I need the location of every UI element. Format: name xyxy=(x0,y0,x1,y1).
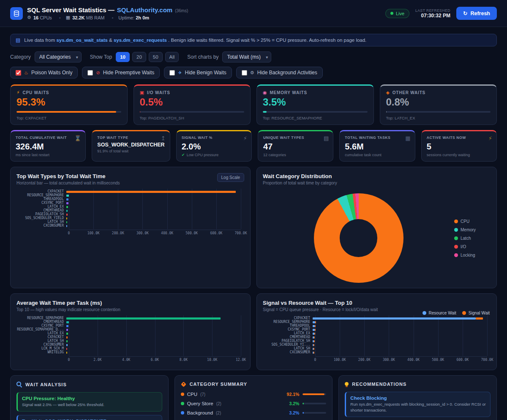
live-dot-icon xyxy=(390,12,393,15)
stat-card-label: TOTAL CUMULATIVE WAIT xyxy=(16,135,80,140)
category-progress xyxy=(303,412,326,414)
signal-wait-bar xyxy=(314,340,315,342)
filter-checkbox[interactable] xyxy=(16,70,21,76)
bar-label: CMEMTHREAD xyxy=(263,336,313,339)
dmv-link-wait-stats[interactable]: sys.dm_os_wait_stats xyxy=(56,38,107,43)
chart-icon: ▤ xyxy=(16,37,20,43)
signal-resource-legend: Resource WaitSignal Wait xyxy=(422,311,490,315)
axis-tick: 600.0K xyxy=(456,358,469,362)
legend-i-o: I/O xyxy=(454,244,491,249)
show-top-50[interactable]: 50 xyxy=(149,52,163,62)
upload-icon: ↥ xyxy=(161,135,166,141)
legend-dot xyxy=(462,311,466,315)
chart-row: CMEMTHREAD xyxy=(263,336,491,339)
ram-value: 32.2K xyxy=(72,15,84,20)
wait-card-progress xyxy=(140,111,245,113)
category-pct: 3.2% xyxy=(283,401,299,406)
chart-category-distribution-card: Wait Category Distribution Proportion of… xyxy=(256,167,497,288)
wait-card-label: OTHER WAITS xyxy=(393,90,425,95)
legend-latch: Latch xyxy=(454,236,491,241)
wait-card-i-o-waits: ▣I/O WAITS0.5%Top: PAGEIOLATCH_SH xyxy=(134,84,251,125)
cpu-count: ⚙ 16 CPUs xyxy=(27,15,53,20)
wait-card-top-wait: Top: LATCH_EX xyxy=(386,116,491,120)
legend-label: Resource Wait xyxy=(429,311,456,315)
sort-select[interactable]: Total Wait (ms) xyxy=(222,51,271,62)
axis-tick: 100.0K xyxy=(334,358,346,362)
filter-hide-background-activities[interactable]: ⚙Hide Background Activities xyxy=(236,67,323,79)
filter-checkbox[interactable] xyxy=(87,70,93,76)
chart-row: CXSYNC_PORT xyxy=(16,325,244,327)
chart-signal-title: Signal vs Resource Wait — Top 10 xyxy=(263,300,378,306)
signal-wait-bar xyxy=(315,321,316,323)
last-refreshed-time: 07:30:32 PM xyxy=(415,13,450,19)
dmv-link-exec-requests[interactable]: sys.dm_exec_requests xyxy=(114,38,167,43)
bulb-icon xyxy=(345,382,349,386)
chart-signal-subtitle: Signal = CPU queue pressure · Resource =… xyxy=(263,307,378,312)
axis-tick: 8.0K xyxy=(180,358,188,362)
stat-card-label: TOP WAIT TYPE xyxy=(97,135,164,140)
bar xyxy=(66,329,68,331)
bar xyxy=(66,348,67,350)
show-top-10[interactable]: 10 xyxy=(116,52,130,62)
recommendations-panel: RECOMMENDATIONS Check BlockingRun sys.dm… xyxy=(338,375,497,420)
legend-locking: Locking xyxy=(454,253,491,257)
signal-wait-bar xyxy=(315,329,316,331)
note-check-blocking: Check BlockingRun sys.dm_exec_requests w… xyxy=(345,392,491,417)
axis-tick: 4.0K xyxy=(122,358,130,362)
info-banner: ▤ Live data from sys.dm_os_wait_stats & … xyxy=(10,34,497,46)
stat-card-value: 2.0% xyxy=(182,142,246,152)
filter-hide-preemptive-waits[interactable]: ⊘Hide Preemptive Waits xyxy=(82,67,160,79)
bar xyxy=(66,340,68,342)
stat-card-value: 5.6M xyxy=(345,142,409,152)
wait-card-progress xyxy=(16,111,121,113)
chart-row: PAGEIOLATCH_SH xyxy=(16,213,244,216)
chart-row: CXPACKET xyxy=(16,336,244,339)
database-logo-icon xyxy=(10,7,23,20)
bar xyxy=(66,191,236,193)
bar-label: LATCH_EX xyxy=(263,332,313,335)
bar-label: CXSYNC_PORT xyxy=(16,325,66,327)
chart-total-wait-title: Top Wait Types by Total Wait Time xyxy=(16,173,120,179)
stat-card-sub: ✔ Low CPU pressure xyxy=(182,153,246,157)
filter-poison-waits-only[interactable]: ♨Poison Waits Only xyxy=(10,67,78,79)
bar-label: LATCH_EX xyxy=(16,206,66,208)
axis-tick: 10.0K xyxy=(207,358,217,362)
bar-label: THREADPOOL xyxy=(263,325,313,327)
chart-row: CXSYNC_PORT xyxy=(263,328,491,331)
log-scale-button[interactable]: Log Scale xyxy=(217,173,244,182)
banner-suffix: . Benign idle waits filtered. Signal wai… xyxy=(168,38,366,43)
category-select[interactable]: All Categories xyxy=(35,51,82,62)
legend-label: Latch xyxy=(461,236,471,241)
chart-avg-wait-card: Average Wait Time per Task (ms) Top 10 —… xyxy=(10,293,251,370)
axis-tick: 500.0K xyxy=(432,358,444,362)
signal-icon: ⚡ xyxy=(243,135,247,141)
stat-card-sub: ms since last restart xyxy=(16,153,80,157)
ram-unit: MB RAM xyxy=(86,15,104,20)
refresh-button[interactable]: ↻ Refresh xyxy=(456,7,497,20)
wait-card-value: 3.5% xyxy=(263,96,368,108)
show-top-all[interactable]: All xyxy=(165,52,179,62)
avg-wait-bar-chart: RESOURCE_SEMAPHORECMEMTHREADCXSYNC_PORTR… xyxy=(16,317,244,363)
axis-tick: 0 xyxy=(314,358,316,362)
bar-label: CXCONSUMER xyxy=(263,351,313,354)
filter-checkbox[interactable] xyxy=(242,70,247,76)
bar-label: PAGEIOLATCH_SH xyxy=(263,340,313,342)
legend-dot xyxy=(454,228,458,232)
wait-card-top-wait: Top: CXPACKET xyxy=(16,116,121,120)
filter-hide-benign-waits[interactable]: ✈Hide Benign Waits xyxy=(164,67,232,79)
refresh-button-label: Refresh xyxy=(470,11,490,16)
filter-checkbox[interactable] xyxy=(169,70,175,76)
fire-icon: ♨ xyxy=(24,70,28,76)
chart-row: LATCH_SH xyxy=(263,347,491,350)
tag-icon xyxy=(181,382,186,387)
chart-row: RESOURCE_SEMAPHORE xyxy=(16,194,244,197)
note-cpu-pressure-healthy: CPU Pressure: HealthySignal wait 2.0% — … xyxy=(16,392,162,412)
signal-wait-bar xyxy=(313,344,314,346)
brand-link[interactable]: SQLAuthority.com xyxy=(117,6,172,14)
legend-dot xyxy=(454,245,458,249)
uptime: Uptime: 2h 0m xyxy=(112,15,150,20)
category-count: (7) xyxy=(200,392,205,397)
legend-label: Memory xyxy=(461,228,476,232)
show-top-20[interactable]: 20 xyxy=(132,52,146,62)
stat-cards: TOTAL CUMULATIVE WAIT⌛326.4Mms since las… xyxy=(10,130,497,162)
